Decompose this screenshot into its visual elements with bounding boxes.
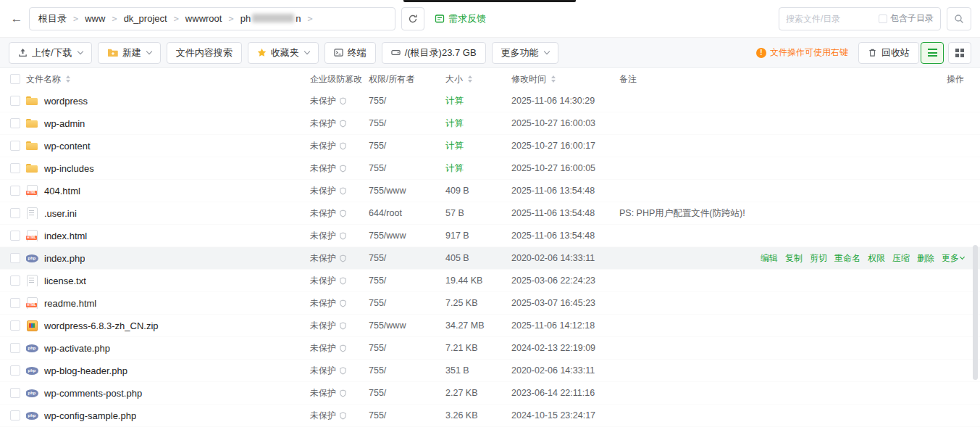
row-action[interactable]: 重命名 <box>834 252 860 265</box>
new-button[interactable]: 新建 <box>98 42 161 64</box>
recycle-bin-button[interactable]: 回收站 <box>858 42 919 64</box>
tamper-protect-icon[interactable] <box>339 232 347 240</box>
include-subdir-checkbox[interactable] <box>879 14 887 23</box>
breadcrumb-item-blurred[interactable]: phn <box>240 13 301 24</box>
file-name[interactable]: wp-comments-post.php <box>44 388 142 399</box>
tamper-protect-icon[interactable] <box>339 412 347 420</box>
search-button[interactable] <box>947 7 971 30</box>
row-checkbox[interactable] <box>10 320 20 331</box>
row-action[interactable]: 复制 <box>785 252 803 265</box>
file-name[interactable]: index.html <box>44 231 87 241</box>
table-row[interactable]: wp-config-sample.php 未保护 755/ 3.26 KB 20… <box>0 405 980 427</box>
upload-download-button[interactable]: 上传/下载 <box>9 42 92 64</box>
breadcrumb-item[interactable]: www <box>85 13 105 24</box>
tamper-protect-icon[interactable] <box>339 254 347 262</box>
tamper-protect-icon[interactable] <box>339 120 347 128</box>
size-compute-link[interactable]: 计算 <box>445 95 511 107</box>
row-action[interactable]: 压缩 <box>892 252 910 265</box>
row-checkbox[interactable] <box>10 276 20 286</box>
include-subdir-option[interactable]: 包含子目录 <box>879 12 934 25</box>
scrollbar-thumb[interactable] <box>973 245 978 380</box>
row-action[interactable]: 更多 <box>942 252 964 265</box>
table-row[interactable]: index.php 未保护 755/ 405 B 2020-02-06 14:3… <box>0 247 980 270</box>
search-input[interactable] <box>786 14 879 24</box>
row-checkbox[interactable] <box>10 365 20 376</box>
breadcrumb-item[interactable]: wwwroot <box>185 13 222 24</box>
file-name[interactable]: index.php <box>44 253 85 264</box>
tamper-protect-icon[interactable] <box>339 344 347 352</box>
file-name[interactable]: license.txt <box>44 276 86 286</box>
row-checkbox[interactable] <box>10 343 20 353</box>
row-action[interactable]: 权限 <box>868 252 885 265</box>
more-functions-button[interactable]: 更多功能 <box>492 42 558 64</box>
row-checkbox[interactable] <box>10 253 20 263</box>
row-checkbox[interactable] <box>10 208 20 218</box>
grid-view-button[interactable] <box>948 42 971 64</box>
terminal-button[interactable]: 终端 <box>324 42 376 64</box>
sort-mtime-icon[interactable] <box>551 75 556 83</box>
table-row[interactable]: wordpress-6.8.3-zh_CN.zip 未保护 755/www 34… <box>0 315 980 337</box>
file-name[interactable]: wp-includes <box>44 163 94 174</box>
table-row[interactable]: wp-includes 未保护 755/ 计算 2025-10-27 16:00… <box>0 157 980 180</box>
header-name[interactable]: 文件名称 <box>26 73 61 86</box>
table-row[interactable]: 404.html 未保护 755/www 409 B 2025-11-06 13… <box>0 180 980 202</box>
file-name[interactable]: readme.html <box>44 298 96 309</box>
tamper-protect-icon[interactable] <box>339 97 347 105</box>
tamper-protect-icon[interactable] <box>339 322 347 330</box>
file-name[interactable]: wordpress-6.8.3-zh_CN.zip <box>44 320 159 331</box>
back-button[interactable]: ← <box>7 7 26 30</box>
row-action[interactable]: 删除 <box>917 252 934 265</box>
size-compute-link[interactable]: 计算 <box>445 140 511 152</box>
size-compute-link[interactable]: 计算 <box>445 162 511 175</box>
tamper-protect-icon[interactable] <box>339 367 347 375</box>
row-checkbox[interactable] <box>10 298 20 308</box>
table-row[interactable]: .user.ini 未保护 644/root 57 B 2025-11-06 1… <box>0 202 980 225</box>
file-name[interactable]: .user.ini <box>44 208 77 219</box>
content-search-button[interactable]: 文件内容搜索 <box>167 42 242 64</box>
row-checkbox[interactable] <box>10 388 20 398</box>
disk-info-button[interactable]: /(根目录)23.7 GB <box>382 42 486 64</box>
table-row[interactable]: wp-admin 未保护 755/ 计算 2025-10-27 16:00:03 <box>0 112 980 135</box>
table-row[interactable]: wp-content 未保护 755/ 计算 2025-10-27 16:00:… <box>0 135 980 157</box>
header-size[interactable]: 大小 <box>445 73 463 86</box>
table-row[interactable]: readme.html 未保护 755/ 7.25 KB 2025-03-07 … <box>0 292 980 315</box>
file-name[interactable]: 404.html <box>44 186 80 196</box>
table-row[interactable]: wp-activate.php 未保护 755/ 7.21 KB 2024-02… <box>0 337 980 360</box>
select-all-checkbox[interactable] <box>10 74 20 84</box>
tamper-protect-icon[interactable] <box>339 165 347 173</box>
sort-size-icon[interactable] <box>468 75 472 83</box>
size-compute-link[interactable]: 计算 <box>445 117 511 130</box>
sort-name-icon[interactable] <box>66 75 70 83</box>
file-name[interactable]: wp-config-sample.php <box>44 410 136 421</box>
file-name[interactable]: wp-blog-header.php <box>44 365 127 376</box>
tamper-protect-icon[interactable] <box>339 210 347 218</box>
table-row[interactable]: wordpress 未保护 755/ 计算 2025-11-06 14:30:2… <box>0 90 980 112</box>
list-view-button[interactable] <box>921 42 944 64</box>
file-name[interactable]: wp-content <box>44 141 91 152</box>
row-checkbox[interactable] <box>10 96 20 106</box>
file-name[interactable]: wp-activate.php <box>44 343 110 354</box>
file-name[interactable]: wp-admin <box>44 118 85 129</box>
tamper-protect-icon[interactable] <box>339 142 347 150</box>
tamper-protect-icon[interactable] <box>339 389 347 397</box>
row-checkbox[interactable] <box>10 186 20 196</box>
row-checkbox[interactable] <box>10 141 20 151</box>
table-row[interactable]: wp-blog-header.php 未保护 755/ 351 B 2020-0… <box>0 360 980 382</box>
feedback-link[interactable]: 需求反馈 <box>435 12 486 25</box>
row-checkbox[interactable] <box>10 163 20 173</box>
row-checkbox[interactable] <box>10 231 20 241</box>
row-action[interactable]: 剪切 <box>810 252 827 265</box>
tamper-protect-icon[interactable] <box>339 299 347 307</box>
table-row[interactable]: license.txt 未保护 755/ 19.44 KB 2025-03-06… <box>0 270 980 292</box>
header-mtime[interactable]: 修改时间 <box>511 73 546 86</box>
row-checkbox[interactable] <box>10 118 20 128</box>
file-name[interactable]: wordpress <box>44 96 88 107</box>
favorites-button[interactable]: 收藏夹 <box>248 42 319 64</box>
row-checkbox[interactable] <box>10 410 20 420</box>
refresh-button[interactable] <box>401 7 424 30</box>
row-action[interactable]: 编辑 <box>761 252 778 265</box>
tamper-protect-icon[interactable] <box>339 187 347 195</box>
table-row[interactable]: wp-comments-post.php 未保护 755/ 2.27 KB 20… <box>0 382 980 405</box>
tamper-protect-icon[interactable] <box>339 277 347 285</box>
breadcrumb-item[interactable]: dk_project <box>124 13 167 24</box>
